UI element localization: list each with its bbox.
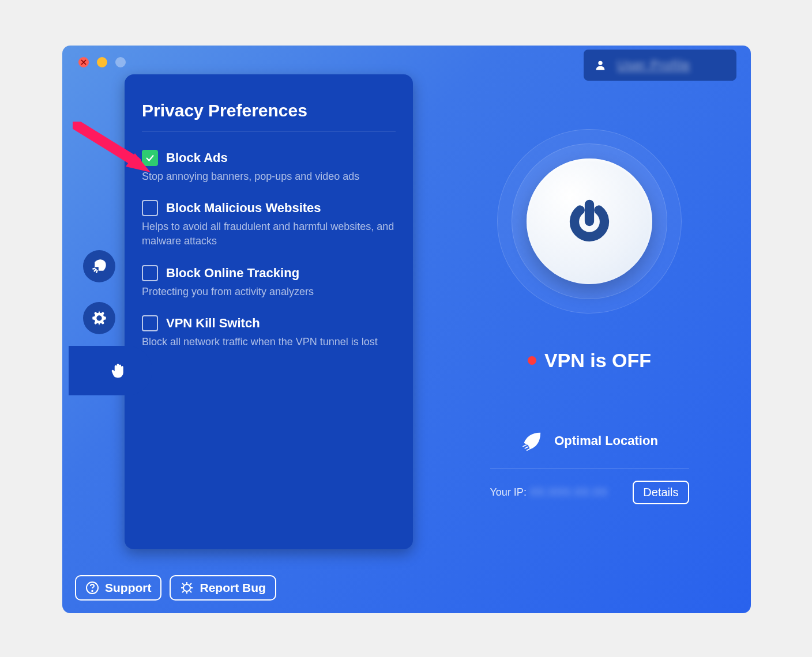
vpn-status: VPN is OFF [528, 349, 651, 372]
pref-title: Block Ads [166, 150, 228, 165]
hand-icon [110, 362, 127, 379]
ip-display: Your IP: XX.XXX.XX.XX [490, 486, 608, 499]
account-name: User Profile [617, 58, 690, 73]
checkbox-block-malicious[interactable] [142, 200, 158, 216]
pref-title: Block Malicious Websites [166, 201, 321, 216]
checkbox-kill-switch[interactable] [142, 315, 158, 331]
ip-label: Your IP: [490, 486, 527, 499]
pref-block-malicious: Block Malicious Websites Helps to avoid … [142, 200, 396, 248]
details-button[interactable]: Details [633, 481, 689, 504]
bug-icon [180, 581, 194, 595]
help-icon [85, 581, 99, 595]
location-selector[interactable]: Optimal Location [490, 429, 689, 469]
power-icon [567, 199, 612, 244]
pref-block-ads: Block Ads Stop annoying banners, pop-ups… [142, 150, 396, 184]
panel-title: Privacy Preferences [142, 101, 396, 120]
main-area: VPN is OFF Optimal Location Your IP: XX.… [428, 129, 751, 504]
svg-point-5 [183, 584, 190, 591]
pref-description: Helps to avoid all fraudulent and harmfu… [142, 220, 396, 248]
support-button[interactable]: Support [75, 575, 161, 601]
pref-description: Protecting you from activity analyzers [142, 285, 396, 299]
support-label: Support [105, 581, 151, 595]
svg-point-4 [92, 591, 93, 592]
sidebar-item-privacy[interactable] [69, 346, 152, 395]
pref-kill-switch: VPN Kill Switch Block all network traffi… [142, 315, 396, 349]
report-bug-label: Report Bug [200, 581, 265, 595]
close-icon [81, 59, 87, 65]
status-indicator-icon [528, 356, 536, 365]
close-window-button[interactable] [78, 57, 89, 67]
pref-description: Block all network traffic when the VPN t… [142, 335, 396, 349]
footer-bar: Support Report Bug [75, 575, 276, 601]
checkbox-block-tracking[interactable] [142, 265, 158, 281]
gear-icon [91, 310, 107, 326]
sidebar-item-connection[interactable] [83, 250, 115, 282]
annotation-arrow [73, 122, 153, 182]
pref-description: Stop annoying banners, pop-ups and video… [142, 169, 396, 184]
ip-value: XX.XXX.XX.XX [530, 486, 608, 499]
divider [142, 131, 396, 131]
status-text: VPN is OFF [544, 349, 651, 372]
maximize-window-button[interactable] [115, 57, 126, 67]
svg-point-0 [598, 61, 602, 65]
pref-block-tracking: Block Online Tracking Protecting you fro… [142, 265, 396, 299]
app-window: User Profile Privacy Preferences [62, 46, 751, 613]
sidebar [83, 250, 115, 386]
location-label: Optimal Location [554, 433, 658, 448]
privacy-panel: Privacy Preferences Block Ads Stop annoy… [125, 74, 413, 549]
power-button-area [497, 129, 682, 314]
location-card: Optimal Location Your IP: XX.XXX.XX.XX D… [490, 429, 689, 504]
sidebar-item-settings[interactable] [83, 302, 115, 334]
minimize-window-button[interactable] [97, 57, 107, 67]
rocket-icon [521, 429, 544, 452]
user-icon [594, 59, 607, 71]
rocket-icon [91, 258, 107, 274]
pref-title: Block Online Tracking [166, 266, 299, 281]
report-bug-button[interactable]: Report Bug [170, 575, 276, 601]
pref-title: VPN Kill Switch [166, 316, 260, 331]
account-button[interactable]: User Profile [584, 50, 736, 81]
window-controls [78, 57, 126, 67]
power-button[interactable] [527, 158, 652, 284]
